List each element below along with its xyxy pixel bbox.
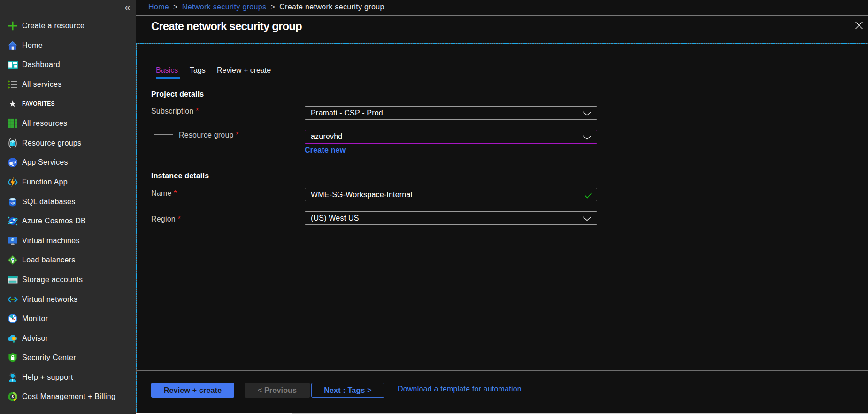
svg-text:$: $	[12, 395, 14, 399]
svg-text:SQL: SQL	[9, 201, 15, 205]
